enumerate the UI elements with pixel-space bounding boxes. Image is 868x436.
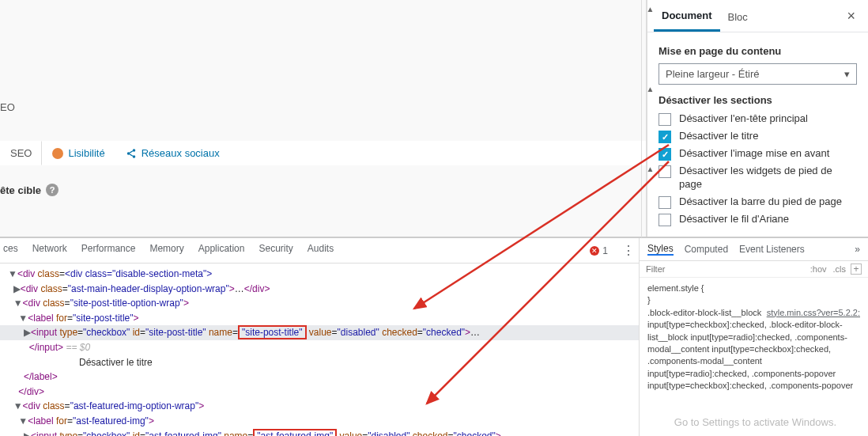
error-count[interactable]: ✕1 bbox=[590, 243, 608, 258]
checkbox[interactable] bbox=[659, 148, 671, 161]
checkbox-row[interactable]: Désactiver le titre bbox=[659, 130, 857, 143]
filter-input[interactable] bbox=[646, 264, 810, 274]
tab-computed[interactable]: Computed bbox=[685, 244, 728, 255]
checkbox-label: Désactiver le titre bbox=[679, 130, 758, 143]
requete-cible-label: ête cible? bbox=[0, 184, 58, 196]
tab-lisibilite[interactable]: Lisibilité bbox=[42, 141, 115, 165]
checkbox-row[interactable]: Désactiver la barre du pied de page bbox=[659, 195, 857, 209]
devtools-tabs: ces Network Performance Memory Applicati… bbox=[0, 238, 639, 263]
checkbox[interactable] bbox=[659, 131, 671, 143]
cls-toggle[interactable]: .cls bbox=[833, 264, 847, 274]
tab-document[interactable]: Document bbox=[654, 0, 720, 32]
tab-reseaux[interactable]: Réseaux sociaux bbox=[115, 141, 230, 165]
dom-tree[interactable]: ▼<div class=<div class="disable-section-… bbox=[0, 263, 639, 436]
layout-select[interactable]: Pleine largeur - Étiré▾ bbox=[659, 63, 857, 85]
checkbox[interactable] bbox=[659, 113, 671, 126]
tab-label: Lisibilité bbox=[68, 147, 104, 159]
checkbox-row[interactable]: Désactiver le fil d'Ariane bbox=[659, 213, 857, 226]
dt-tab[interactable]: Network bbox=[32, 243, 67, 258]
dt-tab[interactable]: Memory bbox=[149, 243, 183, 258]
more-icon[interactable]: ⋮ bbox=[622, 243, 636, 258]
close-icon[interactable]: × bbox=[840, 5, 862, 28]
chevron-up-icon: ▲ bbox=[647, 5, 655, 13]
checkbox[interactable] bbox=[659, 165, 671, 178]
dt-tab[interactable]: Security bbox=[259, 243, 292, 258]
checkbox-row[interactable]: Désactiver l'image mise en avant bbox=[659, 147, 857, 161]
tab-listeners[interactable]: Event Listeners bbox=[739, 244, 805, 255]
dt-tab[interactable]: Application bbox=[198, 243, 245, 258]
devtools: ces Network Performance Memory Applicati… bbox=[0, 237, 868, 436]
svg-point-1 bbox=[126, 152, 130, 155]
hov-toggle[interactable]: :hov bbox=[810, 264, 827, 274]
checkbox-label: Désactiver les widgets de pied de page bbox=[679, 165, 857, 191]
svg-point-0 bbox=[132, 149, 135, 152]
more-icon[interactable]: » bbox=[855, 244, 860, 255]
checkbox-label: Désactiver la barre du pied de page bbox=[679, 195, 842, 209]
dt-tab[interactable]: Audits bbox=[308, 243, 334, 258]
help-icon[interactable]: ? bbox=[46, 184, 58, 196]
checkbox-label: Désactiver l'image mise en avant bbox=[679, 147, 829, 161]
tab-bloc[interactable]: Bloc bbox=[720, 2, 756, 31]
chevron-up-icon: ▲ bbox=[647, 85, 655, 93]
checkbox-row[interactable]: Désactiver les widgets de pied de page bbox=[659, 165, 857, 191]
tab-seo[interactable]: SEO bbox=[0, 141, 42, 165]
seo-crumb: EO bbox=[0, 101, 15, 113]
collapse-bar[interactable]: ▲▲▲ bbox=[641, 0, 659, 237]
checkbox[interactable] bbox=[659, 214, 671, 226]
section-mise: Mise en page du contenu bbox=[659, 45, 857, 57]
style-rule: } bbox=[647, 294, 860, 306]
style-rule: style.min.css?ver=5.2.2:.block-editor-bl… bbox=[647, 307, 860, 392]
tab-styles[interactable]: Styles bbox=[647, 243, 674, 256]
tab-row: SEO Lisibilité Réseaux sociaux bbox=[0, 141, 646, 165]
editor-main: EO SEO Lisibilité Réseaux sociaux ête ci… bbox=[0, 0, 647, 237]
styles-panel: Styles Computed Event Listeners » :hov .… bbox=[639, 238, 868, 436]
checkbox-label: Désactiver l'en-tête principal bbox=[679, 112, 808, 126]
dt-tab[interactable]: Performance bbox=[81, 243, 136, 258]
chevron-up-icon: ▲ bbox=[647, 165, 655, 173]
chevron-down-icon: ▾ bbox=[844, 68, 850, 80]
dt-tab[interactable]: ces bbox=[3, 243, 18, 258]
style-rule: element.style { bbox=[647, 282, 860, 294]
sidebar: Document Bloc × Mise en page du contenu … bbox=[647, 0, 868, 237]
checkbox-label: Désactiver le fil d'Ariane bbox=[679, 213, 789, 226]
face-icon bbox=[52, 148, 63, 159]
checkbox[interactable] bbox=[659, 196, 671, 209]
checkbox-row[interactable]: Désactiver l'en-tête principal bbox=[659, 112, 857, 126]
tab-label: Réseaux sociaux bbox=[142, 147, 220, 159]
add-rule-button[interactable]: + bbox=[851, 263, 862, 275]
svg-point-2 bbox=[132, 155, 135, 158]
section-desactiver: Désactiver les sections bbox=[659, 94, 857, 106]
share-icon bbox=[126, 148, 137, 159]
css-source-link[interactable]: style.min.css?ver=5.2.2: bbox=[767, 307, 860, 319]
